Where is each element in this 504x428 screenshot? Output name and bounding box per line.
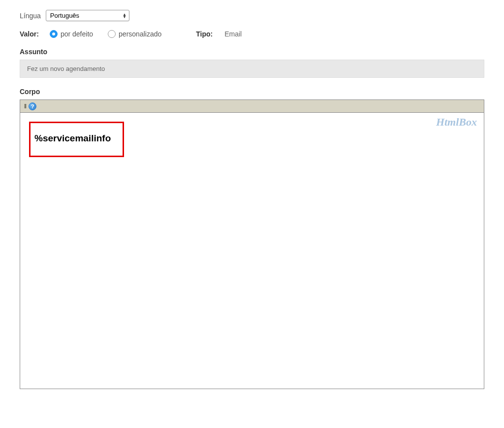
language-row: Língua Português ▲ ▼ bbox=[20, 10, 484, 21]
editor-body[interactable]: HtmlBox %servicemailinfo bbox=[20, 113, 484, 389]
editor-container: •• •• •• ? HtmlBox %servicemailinfo bbox=[20, 99, 484, 389]
tipo-label: Tipo: bbox=[196, 30, 213, 38]
editor-brand-label: HtmlBox bbox=[436, 116, 477, 129]
tipo-group: Tipo: Email bbox=[196, 30, 242, 38]
radio-group-custom: personalizado bbox=[108, 30, 161, 38]
assunto-section: Assunto Fez um novo agendamento bbox=[20, 48, 484, 78]
radio-group-default: por defeito bbox=[50, 30, 93, 38]
corpo-label: Corpo bbox=[20, 88, 484, 96]
language-select-wrapper: Português ▲ ▼ bbox=[46, 10, 129, 21]
editor-toolbar: •• •• •• ? bbox=[20, 100, 484, 113]
language-select[interactable]: Português bbox=[46, 10, 129, 21]
variable-text: %servicemailinfo bbox=[34, 133, 111, 143]
toolbar-grip-icon: •• •• •• bbox=[24, 104, 26, 108]
radio-custom[interactable] bbox=[108, 30, 116, 38]
valor-row: Valor: por defeito personalizado Tipo: E… bbox=[20, 30, 484, 38]
valor-label: Valor: bbox=[20, 30, 39, 38]
radio-default-label[interactable]: por defeito bbox=[61, 30, 93, 38]
radio-custom-label[interactable]: personalizado bbox=[119, 30, 161, 38]
radio-default[interactable] bbox=[50, 30, 58, 38]
assunto-label: Assunto bbox=[20, 48, 484, 56]
corpo-section: Corpo •• •• •• ? HtmlBox %servicemailinf… bbox=[20, 88, 484, 389]
language-label: Língua bbox=[20, 12, 41, 20]
assunto-field[interactable]: Fez um novo agendamento bbox=[20, 60, 484, 78]
help-icon[interactable]: ? bbox=[29, 102, 36, 110]
highlighted-variable-box: %servicemailinfo bbox=[29, 122, 124, 157]
tipo-value: Email bbox=[224, 30, 242, 38]
